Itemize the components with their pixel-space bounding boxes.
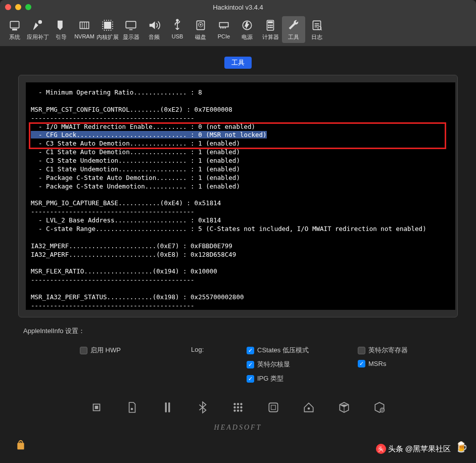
svg-rect-13 — [219, 23, 228, 27]
svg-rect-26 — [95, 406, 99, 409]
toolbar-label: 应用补丁 — [27, 33, 49, 41]
checkbox-msrs[interactable]: ✓ MSRs — [358, 360, 454, 367]
svg-point-12 — [200, 24, 201, 25]
toolbar-label: 引导 — [56, 33, 67, 41]
tools-icon — [286, 18, 301, 32]
watermark-icon: 头 — [376, 444, 386, 454]
usb-icon — [170, 18, 185, 32]
grid-button[interactable] — [231, 400, 245, 414]
log-label: Log: — [191, 346, 231, 353]
toolbar-label: 显示器 — [123, 33, 139, 41]
toolbar-label: 计算器 — [262, 33, 279, 41]
svg-point-9 — [176, 19, 178, 21]
titlebar: Hackintool v3.4.4 — [0, 0, 476, 14]
svg-point-38 — [240, 409, 242, 411]
terminal-output[interactable]: - Minimum Operating Ratio.............. … — [26, 82, 455, 310]
checkbox-label: 英特尔寄存器 — [368, 346, 408, 355]
svg-point-21 — [270, 27, 271, 28]
system-icon — [7, 18, 22, 32]
checkbox-label: 启用 HWP — [90, 346, 121, 355]
svg-point-41 — [308, 407, 310, 409]
toolbar-kext[interactable]: 内核扩展 — [96, 16, 119, 43]
svg-point-20 — [268, 27, 269, 28]
svg-point-32 — [240, 403, 242, 405]
toolbar-pcie[interactable]: PCIe — [212, 16, 235, 43]
toolbar-display[interactable]: 显示器 — [119, 16, 142, 43]
svg-point-2 — [38, 20, 42, 24]
toolbar-system[interactable]: 系统 — [3, 16, 26, 43]
lock-icon[interactable] — [15, 439, 26, 452]
checkbox-label: CStates 低压模式 — [257, 346, 309, 355]
svg-point-42 — [380, 408, 385, 412]
svg-rect-1 — [13, 29, 17, 30]
toolbar-log[interactable]: 日志 — [305, 16, 328, 43]
svg-point-27 — [131, 408, 133, 410]
svg-rect-8 — [126, 21, 136, 28]
svg-point-37 — [237, 409, 239, 411]
toolbar-label: 内核扩展 — [97, 33, 119, 41]
toolbar-label: 电源 — [242, 33, 253, 41]
sdcard-button[interactable] — [125, 400, 139, 414]
svg-point-35 — [240, 406, 242, 408]
toolbar-label: 日志 — [311, 33, 322, 41]
checkbox-intel-registers[interactable]: 英特尔寄存器 — [358, 346, 454, 355]
toolbar-nvram[interactable]: NVRAM — [73, 16, 96, 43]
beer-icon: 🍺 — [455, 441, 468, 453]
checkbox-enable-hwp[interactable]: 启用 HWP — [80, 346, 176, 355]
kext-icon — [100, 18, 115, 32]
power-icon — [240, 18, 255, 32]
toolbar-label: 磁盘 — [195, 33, 206, 41]
settings-title: AppleIntelInfo 设置： — [23, 327, 472, 336]
svg-rect-16 — [268, 21, 273, 23]
toolbar-tools[interactable]: 工具 — [282, 16, 305, 43]
checkbox-label: 英特尔核显 — [257, 360, 290, 369]
toolbar-boot[interactable]: 引导 — [50, 16, 73, 43]
svg-point-36 — [233, 409, 235, 411]
toolbar-label: 音频 — [149, 33, 160, 41]
pcie-icon — [216, 18, 231, 32]
svg-point-22 — [271, 27, 272, 28]
close-window-button[interactable] — [5, 4, 11, 10]
minimize-window-button[interactable] — [15, 4, 21, 10]
svg-rect-29 — [168, 402, 170, 412]
log-icon — [309, 18, 324, 32]
svg-point-17 — [268, 25, 269, 26]
package-settings-button[interactable] — [372, 400, 387, 414]
toolbar-calc[interactable]: 计算器 — [259, 16, 282, 43]
audio-icon — [147, 18, 162, 32]
toolbar-audio[interactable]: 音频 — [142, 16, 166, 43]
toolbar-label: NVRAM — [74, 33, 94, 39]
window-title: Hackintool v3.4.4 — [0, 4, 476, 11]
tools-icon-button[interactable] — [160, 400, 174, 414]
tab-tools[interactable]: 工具 — [224, 57, 252, 69]
svg-rect-28 — [165, 402, 167, 412]
boot-icon — [54, 18, 69, 32]
watermark: 头 头条 @黑苹果社区 — [376, 444, 451, 454]
package-button[interactable] — [337, 400, 351, 414]
checkbox-label: IPG 类型 — [257, 374, 283, 383]
patch-icon — [30, 18, 45, 32]
maximize-window-button[interactable] — [25, 4, 31, 10]
checkbox-ipg[interactable]: ✓ IPG 类型 — [247, 374, 343, 383]
svg-point-31 — [237, 403, 239, 405]
toolbar-usb[interactable]: USB — [166, 16, 189, 43]
svg-rect-43 — [18, 443, 24, 449]
checkbox-label: MSRs — [368, 360, 386, 367]
svg-rect-39 — [269, 403, 277, 411]
toolbar-disk[interactable]: 磁盘 — [189, 16, 212, 43]
bluetooth-button[interactable] — [196, 400, 210, 414]
toolbar-label: USB — [172, 33, 183, 39]
toolbar-power[interactable]: 电源 — [235, 16, 259, 43]
home-button[interactable] — [302, 400, 316, 414]
toolbar-label: 工具 — [288, 33, 299, 41]
svg-point-34 — [237, 406, 239, 408]
svg-rect-40 — [271, 405, 276, 410]
checkbox-igpu[interactable]: ✓ 英特尔核显 — [247, 360, 343, 369]
checkbox-cstates[interactable]: ✓ CStates 低压模式 — [247, 346, 343, 355]
cpu-button[interactable] — [89, 400, 104, 414]
frame-button[interactable] — [266, 400, 280, 414]
toolbar-patch[interactable]: 应用补丁 — [26, 16, 50, 43]
toolbar-label: PCIe — [218, 33, 230, 39]
calc-icon — [263, 18, 278, 32]
svg-point-30 — [233, 403, 235, 405]
